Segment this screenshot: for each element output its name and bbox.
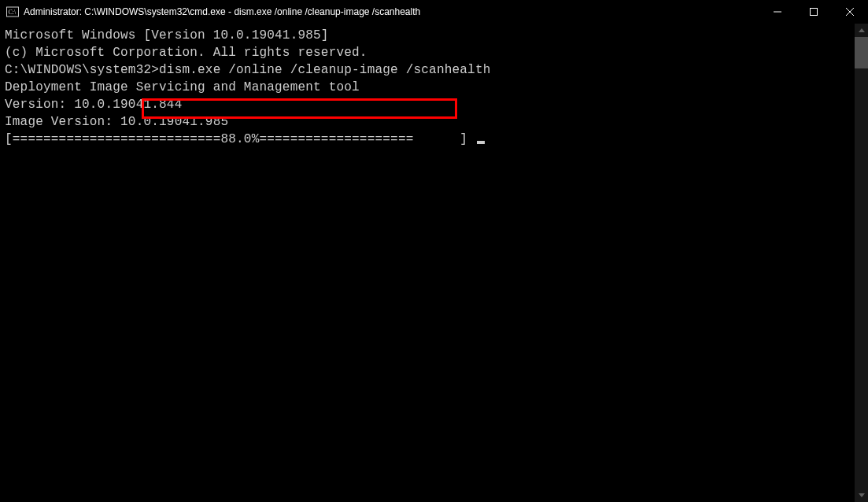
svg-text:C:\: C:\	[9, 9, 17, 16]
content-area: Microsoft Windows [Version 10.0.19041.98…	[0, 24, 868, 502]
svg-marker-6	[859, 28, 865, 32]
window-controls	[759, 0, 868, 24]
svg-marker-7	[859, 493, 865, 497]
window-title: Administrator: C:\WINDOWS\system32\cmd.e…	[24, 6, 420, 17]
command-line: C:\WINDOWS\system32>dism.exe /online /cl…	[5, 61, 855, 79]
close-button[interactable]	[832, 0, 868, 24]
scroll-thumb[interactable]	[855, 37, 868, 68]
entered-command: dism.exe /online /cleanup-image /scanhea…	[159, 63, 490, 77]
titlebar[interactable]: C:\ Administrator: C:\WINDOWS\system32\c…	[0, 0, 868, 24]
terminal-output[interactable]: Microsoft Windows [Version 10.0.19041.98…	[0, 24, 855, 502]
scroll-down-button[interactable]	[855, 489, 868, 502]
image-version: Image Version: 10.0.19041.985	[5, 113, 855, 131]
copyright-line: (c) Microsoft Corporation. All rights re…	[5, 44, 855, 61]
cursor	[477, 141, 485, 144]
scroll-up-button[interactable]	[855, 24, 868, 37]
svg-rect-3	[811, 9, 818, 16]
tool-version: Version: 10.0.19041.844	[5, 96, 855, 113]
prompt-path: C:\WINDOWS\system32>	[5, 63, 159, 77]
vertical-scrollbar[interactable]	[855, 24, 868, 502]
tool-name: Deployment Image Servicing and Managemen…	[5, 79, 855, 96]
progress-text: [===========================88.0%=======…	[5, 132, 475, 146]
maximize-button[interactable]	[796, 0, 832, 24]
version-header: Microsoft Windows [Version 10.0.19041.98…	[5, 27, 855, 44]
minimize-button[interactable]	[759, 0, 796, 24]
progress-bar: [===========================88.0%=======…	[5, 131, 855, 148]
cmd-icon: C:\	[6, 6, 19, 18]
cmd-window: C:\ Administrator: C:\WINDOWS\system32\c…	[0, 0, 868, 502]
